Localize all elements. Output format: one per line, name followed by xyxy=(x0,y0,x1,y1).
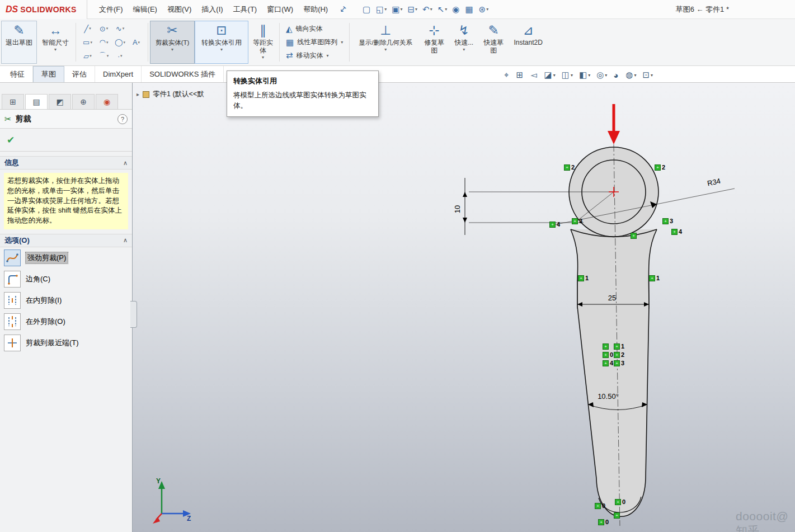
previous-view-icon[interactable]: ◅ xyxy=(529,69,540,81)
menu-item[interactable]: 帮助(H) xyxy=(298,3,333,16)
pin-toolbar-icon[interactable]: ↧ xyxy=(337,4,348,15)
option-trim-outside[interactable]: 在外剪除(O) xyxy=(0,311,132,332)
linear-sketch-pattern-button[interactable]: ▦ 线性草图阵列 ▾ xyxy=(283,36,346,49)
dropdown-caret-icon[interactable]: ▾ xyxy=(106,26,109,31)
ok-button[interactable]: ✔ xyxy=(7,134,15,146)
options-section-header[interactable]: 选项(O) ∧ xyxy=(0,234,132,247)
dropdown-caret-icon[interactable]: ▾ xyxy=(54,48,57,52)
dropdown-caret-icon[interactable]: ▾ xyxy=(384,48,387,52)
mirror-entities-button[interactable]: ◭ 镜向实体 xyxy=(283,22,346,36)
dropdown-caret-icon[interactable]: ▾ xyxy=(220,48,223,52)
print-icon[interactable]: ⊟ ▾ xyxy=(406,4,420,15)
options-icon[interactable]: ⊛ ▾ xyxy=(477,4,491,15)
dropdown-caret-icon[interactable]: ▾ xyxy=(90,54,92,58)
dropdown-caret-icon[interactable]: ▾ xyxy=(123,26,125,31)
dropdown-caret-icon[interactable]: ▾ xyxy=(415,7,417,12)
edit-appearance-icon[interactable]: ◕ xyxy=(611,70,621,81)
save-icon[interactable]: ▣ ▾ xyxy=(390,4,404,15)
smart-dimension-button[interactable]: ↔ 智能尺寸 ▾ xyxy=(37,21,74,64)
repair-sketch-button[interactable]: ⊹ 修复草图 xyxy=(420,21,449,64)
view-orientation-icon[interactable]: ◫ ▾ xyxy=(560,69,575,81)
dimxpert-tab[interactable]: ⊕ xyxy=(72,94,95,109)
instant2d-button[interactable]: ⊿ Instant2D xyxy=(508,21,548,64)
graphics-area[interactable]: 10 25 R34 10.50° Y Z xyxy=(133,83,795,532)
option-corner[interactable]: 边角(C) xyxy=(0,269,132,290)
dropdown-caret-icon[interactable]: ▾ xyxy=(384,7,387,12)
menu-item[interactable]: 文件(F) xyxy=(94,3,128,16)
quick-snaps-button[interactable]: ↯ 快速... ▾ xyxy=(449,21,479,64)
command-tab[interactable]: 评估 xyxy=(64,66,95,82)
offset-entities-button[interactable]: ∥ 等距实体 ▾ xyxy=(248,21,277,64)
dropdown-caret-icon[interactable]: ▾ xyxy=(341,40,343,45)
move-entities-button[interactable]: ⇄ 移动实体 ▾ xyxy=(283,49,346,62)
dim-text-25[interactable]: 25 xyxy=(608,294,616,302)
fillet-icon[interactable]: ⌒▾ xyxy=(96,50,111,62)
appearance-tab[interactable]: ◉ xyxy=(96,94,118,109)
dropdown-caret-icon[interactable]: ▾ xyxy=(400,7,402,12)
convert-entities-button[interactable]: ⊡ 转换实体引用 ▾ xyxy=(195,21,248,64)
option-trim-to-closest[interactable]: 剪裁到最近端(T) xyxy=(0,332,132,354)
dropdown-caret-icon[interactable]: ▾ xyxy=(106,40,109,45)
view-settings-icon[interactable]: ⊡ ▾ xyxy=(641,69,655,81)
spline-icon[interactable]: ∿▾ xyxy=(112,22,128,35)
dropdown-caret-icon[interactable]: ▾ xyxy=(486,7,488,12)
help-icon[interactable]: ? xyxy=(117,114,128,124)
menu-item[interactable]: 视图(V) xyxy=(162,3,196,16)
dropdown-caret-icon[interactable]: ▾ xyxy=(445,7,447,12)
dropdown-caret-icon[interactable]: ▾ xyxy=(124,40,126,45)
command-tab[interactable]: SOLIDWORKS 插件 xyxy=(142,66,224,82)
dropdown-caret-icon[interactable]: ▾ xyxy=(262,55,264,60)
section-view-icon[interactable]: ◪ ▾ xyxy=(543,69,557,81)
featuremanager-tree-tab[interactable]: ⊞ xyxy=(2,94,24,109)
line-icon[interactable]: ╱▾ xyxy=(80,22,95,35)
new-document-icon[interactable]: ▢ xyxy=(361,4,373,15)
open-icon[interactable]: ◱ ▾ xyxy=(374,4,388,15)
spell-checker-icon[interactable]: ◉ xyxy=(450,4,462,15)
dropdown-caret-icon[interactable]: ▾ xyxy=(171,48,173,52)
point-icon[interactable]: ∙▾ xyxy=(112,50,128,62)
dropdown-caret-icon[interactable]: ▾ xyxy=(651,73,653,78)
command-tab[interactable]: 草图 xyxy=(33,66,64,82)
dropdown-caret-icon[interactable]: ▾ xyxy=(553,73,556,78)
hide-show-items-icon[interactable]: ◎ ▾ xyxy=(595,69,609,81)
dropdown-caret-icon[interactable]: ▾ xyxy=(605,73,607,78)
dropdown-caret-icon[interactable]: ▾ xyxy=(634,73,636,78)
command-tab[interactable]: 特征 xyxy=(2,66,33,82)
design-table-icon[interactable]: ▦ xyxy=(463,4,475,15)
undo-icon[interactable]: ↶ ▾ xyxy=(421,4,434,15)
dropdown-caret-icon[interactable]: ▾ xyxy=(138,40,140,45)
command-tab[interactable]: DimXpert xyxy=(95,66,142,82)
menu-item[interactable]: 工具(T) xyxy=(228,3,262,16)
dropdown-caret-icon[interactable]: ▾ xyxy=(588,73,590,78)
dropdown-caret-icon[interactable]: ▾ xyxy=(430,7,432,12)
expander-icon[interactable]: ▸ xyxy=(137,91,139,97)
configuration-tab[interactable]: ◩ xyxy=(49,94,71,109)
arc-icon[interactable]: ◠▾ xyxy=(96,36,111,49)
menu-item[interactable]: 编辑(E) xyxy=(128,3,162,16)
rectangle-icon[interactable]: ▭▾ xyxy=(80,36,95,49)
dropdown-caret-icon[interactable]: ▾ xyxy=(120,54,123,58)
info-section-header[interactable]: 信息 ∧ xyxy=(0,156,132,170)
display-delete-relations-button[interactable]: ⊥ 显示/删除几何关系 ▾ xyxy=(351,21,420,64)
tree-root-label[interactable]: 零件1 (默认<<默 xyxy=(153,90,204,99)
select-icon[interactable]: ↖ ▾ xyxy=(436,4,449,15)
circle-icon[interactable]: ⊙▾ xyxy=(96,22,111,35)
dim-text-r34[interactable]: R34 xyxy=(707,177,721,188)
menu-item[interactable]: 窗口(W) xyxy=(262,3,298,16)
apply-scene-icon[interactable]: ◍ ▾ xyxy=(624,69,638,81)
panel-splitter-handle[interactable] xyxy=(130,301,137,328)
dropdown-caret-icon[interactable]: ▾ xyxy=(571,73,573,78)
zoom-fit-icon[interactable]: ⌖ xyxy=(502,69,511,81)
rapid-sketch-button[interactable]: ✎ 快速草图 xyxy=(479,21,508,64)
menu-item[interactable]: 插入(I) xyxy=(196,3,228,16)
ellipse-icon[interactable]: ◯▾ xyxy=(112,36,128,49)
dropdown-caret-icon[interactable]: ▾ xyxy=(327,53,329,58)
dim-text-angle[interactable]: 10.50° xyxy=(598,392,619,401)
option-trim-inside[interactable]: 在内剪除(I) xyxy=(0,290,132,311)
dropdown-caret-icon[interactable]: ▾ xyxy=(89,26,91,31)
slot-icon[interactable]: ▱▾ xyxy=(80,50,95,62)
zoom-area-icon[interactable]: ⊞ xyxy=(514,69,526,81)
collapse-icon[interactable]: ∧ xyxy=(123,237,128,244)
exit-sketch-button[interactable]: ✎ 退出草图 xyxy=(1,21,37,64)
dropdown-caret-icon[interactable]: ▾ xyxy=(90,40,92,45)
